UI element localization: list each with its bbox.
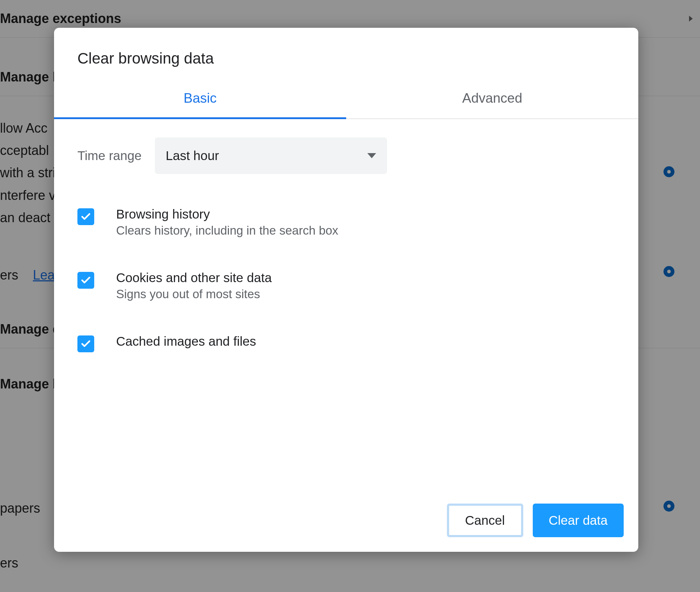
time-range-value: Last hour xyxy=(166,148,219,163)
time-range-row: Time range Last hour xyxy=(77,137,615,174)
tab-advanced-label: Advanced xyxy=(462,91,523,106)
option-title: Browsing history xyxy=(116,207,338,221)
dropdown-caret-icon xyxy=(367,153,376,158)
cancel-button-label: Cancel xyxy=(465,513,505,528)
checkbox-cookies[interactable] xyxy=(77,272,94,289)
option-title: Cookies and other site data xyxy=(116,270,272,285)
clear-data-button[interactable]: Clear data xyxy=(533,504,624,537)
dialog-body: Time range Last hour Browsing history Cl… xyxy=(54,119,638,493)
time-range-select[interactable]: Last hour xyxy=(155,137,387,174)
check-icon xyxy=(80,338,91,349)
tabs: Basic Advanced xyxy=(54,78,638,119)
option-browsing-history: Browsing history Clears history, includi… xyxy=(77,207,615,238)
option-description: Clears history, including in the search … xyxy=(116,224,338,238)
dialog-title: Clear browsing data xyxy=(77,50,615,67)
time-range-label: Time range xyxy=(77,148,142,163)
clear-browsing-data-dialog: Clear browsing data Basic Advanced Time … xyxy=(54,28,638,552)
option-cookies: Cookies and other site data Signs you ou… xyxy=(77,270,615,301)
dialog-footer: Cancel Clear data xyxy=(54,493,638,552)
checkbox-browsing-history[interactable] xyxy=(77,208,94,225)
cancel-button[interactable]: Cancel xyxy=(447,504,523,537)
tab-basic[interactable]: Basic xyxy=(54,78,346,118)
option-title: Cached images and files xyxy=(116,334,256,349)
dialog-header: Clear browsing data xyxy=(54,28,638,78)
check-icon xyxy=(80,275,91,286)
check-icon xyxy=(80,211,91,222)
checkbox-cache[interactable] xyxy=(77,335,94,352)
clear-data-button-label: Clear data xyxy=(549,513,608,528)
option-cache: Cached images and files xyxy=(77,334,615,352)
option-description: Signs you out of most sites xyxy=(116,287,272,301)
tab-basic-label: Basic xyxy=(184,91,217,106)
tab-advanced[interactable]: Advanced xyxy=(346,78,638,118)
